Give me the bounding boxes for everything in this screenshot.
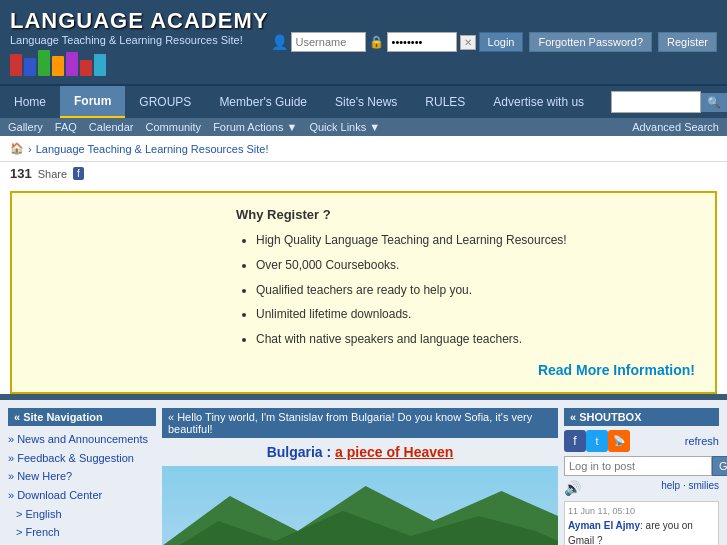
lock-icon: 🔒 — [369, 35, 384, 49]
subnav-faq[interactable]: FAQ — [55, 121, 77, 133]
book-icon — [38, 50, 50, 76]
post-image — [162, 466, 558, 545]
site-nav-header: « Site Navigation — [8, 408, 156, 426]
read-more-area: Read More Information! — [236, 362, 695, 378]
shoutbox-facebook-icon[interactable]: f — [564, 430, 586, 452]
shout-timestamp-1: 11 Jun 11, 05:10 — [568, 505, 715, 519]
nav-sites-news[interactable]: Site's News — [321, 87, 411, 117]
share-label: Share — [38, 168, 67, 180]
book-icon — [52, 56, 64, 76]
header: LANGUAGE ACADEMY Language Teaching & Lea… — [0, 0, 727, 84]
nav-download-center[interactable]: » Download Center — [8, 486, 156, 505]
nav-advertise[interactable]: Advertise with us — [479, 87, 598, 117]
nav-home[interactable]: Home — [0, 87, 60, 117]
subnav-community[interactable]: Community — [146, 121, 202, 133]
nav-feedback[interactable]: » Feedback & Suggestion — [8, 449, 156, 468]
nav-english[interactable]: > English — [8, 505, 156, 524]
shoutbox-header: « SHOUTBOX — [564, 408, 719, 426]
subnav-forum-actions[interactable]: Forum Actions ▼ — [213, 121, 297, 133]
shout-message-1: 11 Jun 11, 05:10 Ayman El Ajmy: are you … — [568, 505, 715, 545]
book-icon — [10, 54, 22, 76]
benefit-item: High Quality Language Teaching and Learn… — [256, 232, 695, 249]
login-button[interactable]: Login — [479, 32, 524, 52]
logo-title: LANGUAGE ACADEMY — [10, 8, 268, 34]
shoutbox-controls-row: 🔊 help · smilies — [564, 480, 719, 498]
header-books — [10, 50, 268, 76]
nav-search-area: 🔍 — [611, 91, 727, 113]
register-button[interactable]: Register — [658, 32, 717, 52]
benefit-item: Unlimited lifetime downloads. — [256, 306, 695, 323]
middle-column: « Hello Tiny world, I'm Stanislav from B… — [162, 408, 558, 545]
book-icon — [94, 54, 106, 76]
breadcrumb: 🏠 › Language Teaching & Learning Resourc… — [0, 136, 727, 162]
site-nav-column: « Site Navigation » News and Announcemen… — [8, 408, 156, 545]
help-link[interactable]: help — [661, 480, 680, 491]
register-left — [26, 207, 226, 367]
shoutbox-rss-icon[interactable]: 📡 — [608, 430, 630, 452]
shout-user-1: Ayman El Ajmy — [568, 520, 640, 531]
book-icon — [24, 58, 36, 76]
nav-rules[interactable]: RULES — [411, 87, 479, 117]
book-icon — [80, 60, 92, 76]
home-icon: 🏠 — [10, 142, 24, 155]
why-register-title: Why Register ? — [236, 207, 695, 222]
register-box: Why Register ? High Quality Language Tea… — [10, 191, 717, 394]
shoutbox-input-row: Go — [564, 456, 719, 476]
register-right: Why Register ? High Quality Language Tea… — [236, 207, 695, 378]
benefit-item: Chat with native speakers and language t… — [256, 331, 695, 348]
nav-french[interactable]: > French — [8, 523, 156, 542]
three-col-layout: « Site Navigation » News and Announcemen… — [0, 400, 727, 545]
search-input[interactable] — [611, 91, 701, 113]
post-title-highlight: a piece of Heaven — [335, 444, 453, 460]
landscape-svg — [162, 466, 558, 545]
content-wrapper: 🏠 › Language Teaching & Learning Resourc… — [0, 136, 727, 394]
login-form: 👤 🔒 ✕ Login — [271, 32, 524, 52]
shoutbox-icons-row: f t 📡 refresh — [564, 430, 719, 452]
main-nav: Home Forum GROUPS Member's Guide Site's … — [0, 84, 727, 118]
post-title: Bulgaria : a piece of Heaven — [162, 444, 558, 460]
logo-subtitle: Language Teaching & Learning Resources S… — [10, 34, 268, 46]
login-area: 👤 🔒 ✕ Login Forgotten Password? Register — [271, 32, 717, 52]
shoutbox-messages: 11 Jun 11, 05:10 Ayman El Ajmy: are you … — [564, 501, 719, 545]
sub-nav: Gallery FAQ Calendar Community Forum Act… — [0, 118, 727, 136]
shoutbox-twitter-icon[interactable]: t — [586, 430, 608, 452]
post-header: « Hello Tiny world, I'm Stanislav from B… — [162, 408, 558, 438]
volume-icon[interactable]: 🔊 — [564, 480, 581, 496]
clear-icon[interactable]: ✕ — [460, 35, 476, 50]
user-icon: 👤 — [271, 34, 288, 50]
read-more-link[interactable]: Read More Information! — [538, 362, 695, 378]
username-input[interactable] — [291, 32, 366, 52]
search-button[interactable]: 🔍 — [701, 93, 727, 112]
nav-news-announcements[interactable]: » News and Announcements — [8, 430, 156, 449]
subnav-calendar[interactable]: Calendar — [89, 121, 134, 133]
smilies-link[interactable]: smilies — [688, 480, 719, 491]
nav-new-here[interactable]: » New Here? — [8, 467, 156, 486]
breadcrumb-separator: › — [28, 143, 32, 155]
nav-members-guide[interactable]: Member's Guide — [205, 87, 321, 117]
shoutbox-column: « SHOUTBOX f t 📡 refresh Go 🔊 help · smi… — [564, 408, 719, 545]
book-icon — [66, 52, 78, 76]
forgot-password-button[interactable]: Forgotten Password? — [529, 32, 652, 52]
logo-area: LANGUAGE ACADEMY Language Teaching & Lea… — [10, 8, 268, 76]
shoutbox-refresh-link[interactable]: refresh — [685, 435, 719, 447]
benefit-item: Over 50,000 Coursebooks. — [256, 257, 695, 274]
share-count: 131 — [10, 166, 32, 181]
breadcrumb-link[interactable]: Language Teaching & Learning Resources S… — [36, 143, 269, 155]
post-title-prefix: Bulgaria : — [267, 444, 335, 460]
benefit-item: Qualified teachers are ready to help you… — [256, 282, 695, 299]
shoutbox-input[interactable] — [564, 456, 712, 476]
shoutbox-go-button[interactable]: Go — [712, 456, 727, 476]
help-smilies-links: help · smilies — [661, 480, 719, 491]
nav-forum[interactable]: Forum — [60, 86, 125, 118]
advanced-search-link[interactable]: Advanced Search — [632, 121, 719, 133]
subnav-quick-links[interactable]: Quick Links ▼ — [309, 121, 380, 133]
subnav-gallery[interactable]: Gallery — [8, 121, 43, 133]
password-input[interactable] — [387, 32, 457, 52]
nav-groups[interactable]: GROUPS — [125, 87, 205, 117]
register-benefits-list: High Quality Language Teaching and Learn… — [236, 232, 695, 348]
share-bar: 131 Share f — [0, 162, 727, 185]
facebook-share-icon[interactable]: f — [73, 167, 84, 180]
